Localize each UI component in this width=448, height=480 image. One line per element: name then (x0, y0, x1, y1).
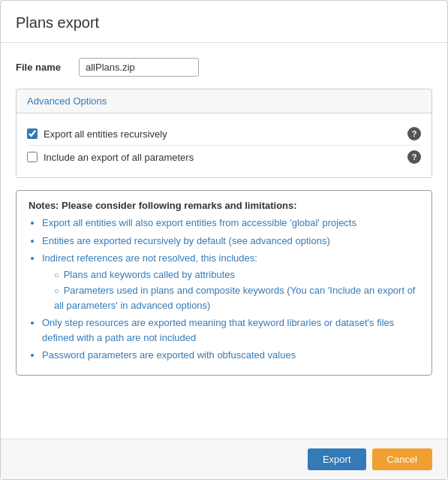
notes-bold: Notes: (29, 200, 59, 211)
note-item-3: Indirect references are not resolved, th… (42, 251, 419, 312)
dialog-header: Plans export (1, 1, 447, 43)
notes-box: Notes: Please consider following remarks… (16, 190, 432, 376)
sub-note-2: Parameters used in plans and composite k… (54, 283, 419, 312)
include-params-help-icon[interactable]: ? (407, 150, 421, 164)
cancel-button[interactable]: Cancel (372, 448, 432, 470)
notes-title: Notes: Please consider following remarks… (29, 200, 419, 211)
export-all-left: Export all entities recursively (27, 128, 167, 140)
include-params-left: Include an export of all parameters (27, 152, 194, 163)
file-name-input[interactable] (79, 58, 199, 77)
export-all-label[interactable]: Export all entities recursively (44, 128, 167, 140)
export-all-option-row: Export all entities recursively ? (27, 122, 421, 145)
note-item-1: Export all entities will also export ent… (42, 216, 419, 231)
options-body: Export all entities recursively ? Includ… (17, 113, 431, 177)
plans-export-dialog: Plans export File name Advanced Options … (0, 0, 448, 480)
export-button[interactable]: Export (308, 448, 366, 470)
export-all-checkbox[interactable] (27, 128, 38, 139)
advanced-options-section: Advanced Options Export all entities rec… (16, 89, 432, 178)
note-item-2: Entities are exported recursively by def… (42, 234, 419, 249)
note-item-4: Only step resources are exported meaning… (42, 315, 419, 345)
advanced-options-link[interactable]: Advanced Options (17, 89, 431, 113)
note-item-5: Password parameters are exported with ob… (42, 348, 419, 363)
dialog-title: Plans export (16, 14, 432, 32)
dialog-footer: Export Cancel (1, 439, 447, 479)
dialog-body: File name Advanced Options Export all en… (1, 43, 447, 439)
include-params-option-row: Include an export of all parameters ? (27, 145, 421, 168)
include-params-checkbox[interactable] (27, 152, 38, 162)
notes-list: Export all entities will also export ent… (42, 216, 419, 363)
notes-intro: Please consider following remarks and li… (59, 200, 296, 211)
include-params-label[interactable]: Include an export of all parameters (44, 152, 194, 163)
sub-note-1: Plans and keywords called by attributes (54, 267, 419, 282)
export-all-help-icon[interactable]: ? (407, 127, 421, 140)
notes-sub-list: Plans and keywords called by attributes … (54, 267, 419, 313)
file-name-row: File name (16, 58, 432, 77)
file-name-label: File name (16, 62, 68, 73)
